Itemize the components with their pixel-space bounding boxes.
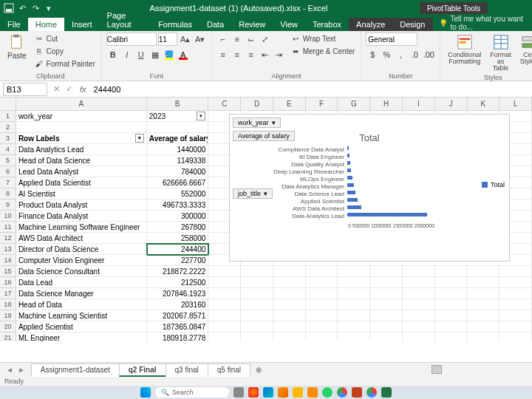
cell[interactable]: [467, 299, 499, 310]
col-header[interactable]: K: [468, 98, 500, 110]
chrome-icon[interactable]: [337, 387, 347, 398]
row-header[interactable]: 21: [0, 332, 16, 341]
cell[interactable]: [306, 321, 338, 332]
cell[interactable]: [338, 332, 370, 341]
cell[interactable]: [338, 277, 370, 288]
cell[interactable]: [241, 288, 273, 299]
excel-icon[interactable]: [381, 387, 392, 398]
cell[interactable]: Row Labels▾: [16, 133, 147, 144]
row-header[interactable]: 16: [0, 277, 16, 288]
cell[interactable]: 218872.2222: [147, 266, 209, 277]
cell[interactable]: [338, 310, 370, 321]
cell[interactable]: 187365.0847: [147, 321, 209, 332]
cell[interactable]: 552000: [147, 188, 209, 200]
cell[interactable]: 212500: [147, 277, 209, 288]
tab-review[interactable]: Review: [231, 18, 273, 31]
align-left-icon[interactable]: ≡: [216, 48, 230, 61]
cell[interactable]: [499, 266, 532, 277]
cell[interactable]: Computer Vision Engineer: [16, 255, 147, 266]
cell[interactable]: [273, 277, 306, 288]
sheet-tab[interactable]: Assignment1-dataset: [31, 364, 120, 377]
row-header[interactable]: 6: [0, 166, 16, 177]
cell[interactable]: [467, 332, 499, 341]
cell[interactable]: Machine Learning Scientist: [16, 310, 147, 321]
formula-input[interactable]: [91, 83, 224, 96]
cell[interactable]: AWS Data Architect: [16, 233, 147, 244]
cell[interactable]: 1440000: [147, 144, 209, 155]
cell[interactable]: 258000: [147, 233, 209, 244]
cell[interactable]: [403, 277, 435, 288]
cell[interactable]: [208, 288, 241, 299]
cell[interactable]: [370, 266, 403, 277]
cell[interactable]: Data Lead: [16, 277, 147, 288]
app-icon[interactable]: [307, 387, 318, 398]
cell[interactable]: Data Science Consultant: [16, 266, 147, 277]
indent-inc-icon[interactable]: ⇥: [273, 48, 286, 61]
row-header[interactable]: 14: [0, 255, 16, 266]
tab-formulas[interactable]: Formulas: [151, 18, 200, 31]
cell[interactable]: Finance Data Analyst: [16, 211, 147, 222]
col-header[interactable]: E: [273, 98, 306, 110]
qat-dropdown-icon[interactable]: ▾: [43, 2, 55, 14]
chart-filter-workyear[interactable]: work_year▾: [233, 117, 281, 128]
tab-page-layout[interactable]: Page Layout: [100, 9, 151, 31]
cell[interactable]: [241, 321, 273, 332]
align-bottom-icon[interactable]: ⌙: [245, 33, 258, 46]
col-header[interactable]: F: [306, 98, 338, 110]
explorer-icon[interactable]: [293, 387, 303, 398]
cell[interactable]: 300000: [147, 211, 209, 222]
cell[interactable]: [435, 321, 468, 332]
tell-me[interactable]: 💡Tell me what you want to do...: [433, 15, 533, 31]
edge-icon[interactable]: [263, 387, 273, 398]
cell[interactable]: [208, 266, 241, 277]
increase-font-icon[interactable]: A▴: [179, 33, 192, 46]
cell[interactable]: [499, 332, 532, 341]
sheet-nav[interactable]: ◄►: [0, 366, 31, 374]
col-header[interactable]: I: [403, 98, 435, 110]
chrome-icon-2[interactable]: [366, 387, 377, 398]
cell[interactable]: [273, 321, 306, 332]
cell[interactable]: Applied Scientist: [16, 321, 147, 332]
cell[interactable]: 207846.1923: [147, 288, 209, 299]
bold-button[interactable]: B: [106, 48, 120, 61]
row-header[interactable]: 5: [0, 155, 16, 166]
cell[interactable]: [435, 288, 468, 299]
cell[interactable]: [403, 332, 435, 341]
cell[interactable]: [338, 266, 370, 277]
cell[interactable]: [435, 277, 468, 288]
col-header[interactable]: G: [338, 98, 370, 110]
cell[interactable]: [499, 277, 532, 288]
fx-icon[interactable]: fx: [75, 85, 91, 94]
tab-view[interactable]: View: [273, 18, 305, 31]
cell[interactable]: [208, 321, 241, 332]
cell[interactable]: Lead Data Analyst: [16, 166, 147, 177]
sheet-tab[interactable]: q2 Final: [119, 364, 166, 377]
cell[interactable]: 244400: [147, 244, 209, 255]
cell[interactable]: [435, 332, 468, 341]
name-box[interactable]: B13: [3, 83, 47, 96]
cell[interactable]: [241, 332, 273, 341]
cell[interactable]: [467, 266, 499, 277]
cell[interactable]: [403, 321, 435, 332]
cell[interactable]: [147, 122, 209, 133]
cell[interactable]: Product Data Analyst: [16, 200, 147, 211]
row-header[interactable]: 17: [0, 288, 16, 299]
whatsapp-icon[interactable]: [322, 387, 332, 398]
cell[interactable]: Data Science Manager: [16, 288, 147, 299]
percent-icon[interactable]: %: [380, 48, 393, 61]
cell[interactable]: 626666.6667: [147, 177, 209, 188]
cell[interactable]: [499, 310, 532, 321]
cell-styles-button[interactable]: Cell Styles: [517, 33, 532, 66]
cell[interactable]: [370, 277, 403, 288]
number-format-select[interactable]: [366, 33, 417, 46]
comma-icon[interactable]: ,: [394, 48, 407, 61]
cell[interactable]: [241, 266, 273, 277]
cell[interactable]: [241, 299, 273, 310]
cell[interactable]: [241, 310, 273, 321]
cell[interactable]: 784000: [147, 166, 209, 177]
firefox-icon[interactable]: [278, 387, 288, 398]
row-header[interactable]: 10: [0, 211, 16, 222]
horizontal-scrollbar[interactable]: [432, 365, 520, 375]
start-button[interactable]: [140, 387, 151, 398]
inc-decimal-icon[interactable]: .0: [408, 48, 421, 61]
